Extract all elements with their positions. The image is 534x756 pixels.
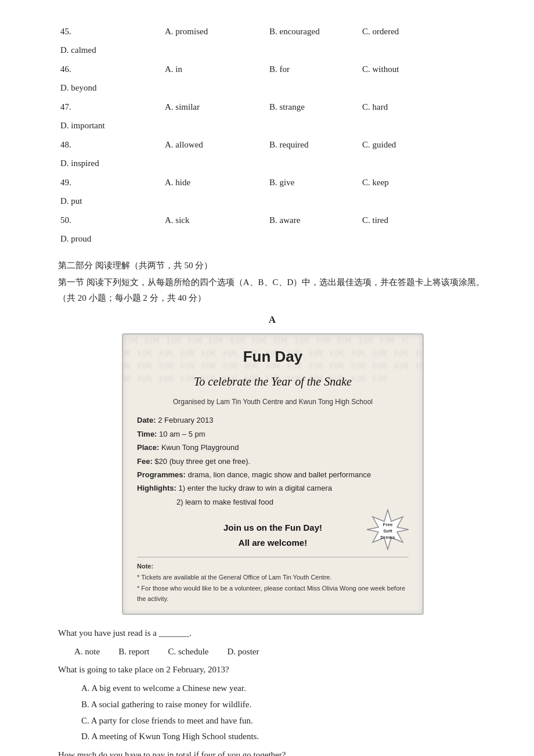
section2-subtitle: 第一节 阅读下列短文，从每题所给的四个选项（A、B、C、D）中，选出最佳选项，并… bbox=[58, 275, 488, 306]
q46-a: A. in bbox=[163, 61, 267, 78]
poster-content: Fun Day To celebrate the Year of the Sna… bbox=[137, 344, 409, 604]
poster-highlights-val2: 2) learn to make festival food bbox=[176, 498, 273, 506]
q45-c: C. ordered bbox=[360, 23, 464, 41]
poster-note: Note: * Tickets are available at the Gen… bbox=[137, 557, 409, 604]
q51-opt-d: D. poster bbox=[227, 644, 259, 660]
q49-b: B. give bbox=[267, 174, 360, 192]
q51-opt-c: C. schedule bbox=[168, 644, 209, 660]
questions-block: What you have just read is a _______. A.… bbox=[58, 625, 488, 756]
q52-opt-d: D. A meeting of Kwun Tong High School st… bbox=[81, 729, 488, 745]
poster-place-val: Kwun Tong Playground bbox=[161, 443, 239, 452]
poster-note-line1: * Tickets are available at the General O… bbox=[137, 574, 332, 581]
q48-b: B. required bbox=[267, 136, 360, 154]
q47-num: 47. bbox=[58, 99, 163, 116]
q45-num: 45. bbox=[58, 23, 163, 41]
poster-join-line1: Join us on the Fun Day! bbox=[223, 520, 322, 535]
answer-grid-46: 46. A. in B. for C. without D. beyond bbox=[58, 61, 488, 96]
q50-a: A. sick bbox=[163, 212, 267, 229]
q50-d: D. proud bbox=[58, 231, 163, 248]
poster-subtitle: To celebrate the Year of the Snake bbox=[137, 372, 409, 391]
poster-join: Join us on the Fun Day! All are welcome! bbox=[223, 520, 322, 550]
svg-text:Soft: Soft bbox=[383, 528, 392, 534]
q52-text: What is going to take place on 2 Februar… bbox=[58, 665, 229, 674]
poster-time-label: Time: bbox=[137, 430, 157, 438]
q47-b: B. strange bbox=[267, 99, 360, 116]
poster-time-val: 10 am – 5 pm bbox=[159, 430, 205, 438]
poster-details: Date: 2 February 2013 Time: 10 am – 5 pm… bbox=[137, 413, 409, 509]
q52-opt-c: C. A party for close friends to meet and… bbox=[81, 713, 488, 729]
q51-opt-b: B. report bbox=[118, 644, 149, 660]
q51-options: A. note B. report C. schedule D. poster bbox=[74, 644, 488, 660]
poster-fee-val: $20 (buy three get one free). bbox=[154, 457, 250, 466]
q52-opt-a: A. A big event to welcome a Chinese new … bbox=[81, 681, 488, 697]
answer-grid-49: 49. A. hide B. give C. keep D. put bbox=[58, 174, 488, 210]
q49-c: C. keep bbox=[360, 174, 464, 192]
q46-d: D. beyond bbox=[58, 80, 163, 97]
answer-grid-50: 50. A. sick B. aware C. tired D. proud bbox=[58, 212, 488, 247]
poster-free-drinks-badge: Free Soft Drinks bbox=[367, 509, 409, 550]
q48-num: 48. bbox=[58, 136, 163, 154]
poster-programmes-label: Programmes: bbox=[137, 470, 186, 479]
q46-b: B. for bbox=[267, 61, 360, 78]
part-a-label: A bbox=[58, 312, 488, 329]
poster-place-label: Place: bbox=[137, 443, 159, 452]
q50-b: B. aware bbox=[267, 212, 360, 229]
poster-note-title: Note: bbox=[137, 563, 153, 570]
q45-d: D. calmed bbox=[58, 42, 163, 59]
q50-num: 50. bbox=[58, 212, 163, 229]
q45-b: B. encouraged bbox=[267, 23, 360, 41]
answer-grid-47: 47. A. similar B. strange C. hard D. imp… bbox=[58, 99, 488, 134]
q49-d: D. put bbox=[58, 193, 163, 210]
q52-opt-b: B. A social gathering to raise money for… bbox=[81, 697, 488, 713]
q51-text: What you have just read is a _______. bbox=[58, 628, 192, 638]
poster-highlights-label: Highlights: bbox=[137, 484, 176, 492]
q53-text: How much do you have to pay in total if … bbox=[58, 750, 286, 756]
question-53: How much do you have to pay in total if … bbox=[58, 747, 488, 756]
poster-main-title: Fun Day bbox=[137, 344, 409, 369]
q52-options: A. A big event to welcome a Chinese new … bbox=[58, 681, 488, 745]
question-51: What you have just read is a _______. bbox=[58, 625, 488, 642]
q46-num: 46. bbox=[58, 61, 163, 78]
poster-note-line2: * For those who would like to be a volun… bbox=[137, 585, 405, 603]
answer-grid: 45. A. promised B. encouraged C. ordered… bbox=[58, 23, 488, 59]
answer-grid-48: 48. A. allowed B. required C. guided D. … bbox=[58, 136, 488, 172]
poster-join-line2: All are welcome! bbox=[223, 535, 322, 550]
q49-a: A. hide bbox=[163, 174, 267, 192]
q51-opt-a: A. note bbox=[74, 644, 100, 660]
q48-c: C. guided bbox=[360, 136, 464, 154]
q48-a: A. allowed bbox=[163, 136, 267, 154]
poster-org: Organised by Lam Tin Youth Centre and Kw… bbox=[137, 396, 409, 408]
q47-d: D. important bbox=[58, 117, 163, 135]
section2-title: 第二部分 阅读理解（共两节，共 50 分） bbox=[58, 258, 488, 273]
q49-num: 49. bbox=[58, 174, 163, 192]
poster-programmes-val: drama, lion dance, magic show and ballet… bbox=[187, 470, 371, 479]
poster: 利网 利网 利网 利网 利网 利网 利网 利网 利网 利网 利网 利网 利网 利… bbox=[122, 333, 424, 615]
svg-text:Drinks: Drinks bbox=[381, 535, 395, 540]
q50-c: C. tired bbox=[360, 212, 464, 229]
q48-d: D. inspired bbox=[58, 155, 163, 172]
q47-a: A. similar bbox=[163, 99, 267, 116]
q47-c: C. hard bbox=[360, 99, 464, 116]
q45-a: A. promised bbox=[163, 23, 267, 41]
poster-date-label: Date: bbox=[137, 416, 156, 424]
poster-fee-label: Fee: bbox=[137, 457, 153, 466]
svg-text:Free: Free bbox=[383, 522, 393, 527]
poster-date-val: 2 February 2013 bbox=[158, 416, 213, 424]
poster-highlights-val1: 1) enter the lucky draw to win a digital… bbox=[179, 484, 332, 492]
question-52: What is going to take place on 2 Februar… bbox=[58, 662, 488, 678]
q46-c: C. without bbox=[360, 61, 464, 78]
